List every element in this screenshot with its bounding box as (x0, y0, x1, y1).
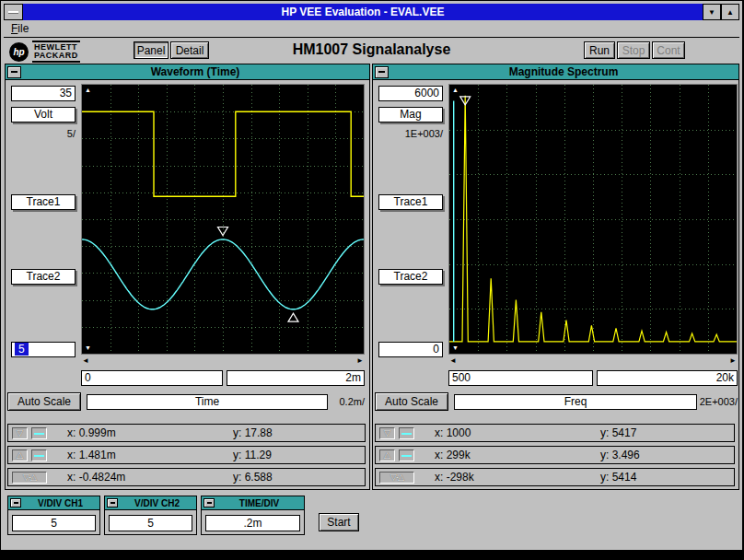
waveform-plot (82, 85, 364, 354)
waveform-graph[interactable] (81, 84, 365, 355)
marker1-y-value: y: 17.88 (233, 426, 273, 439)
vdiv-ch1-value[interactable]: 5 (12, 515, 96, 531)
toolbar: hp HEWLETT PACKARD HM1007 Signalanalyse … (4, 38, 739, 64)
marker2-icon: △ (12, 449, 28, 461)
panel-minimize-button[interactable] (375, 66, 389, 78)
marker1-x-value: x: 1000 (435, 426, 600, 439)
y-pan-up-arrow[interactable]: ▲ (85, 87, 91, 93)
window-menu-button[interactable] (4, 4, 23, 20)
timediv-value[interactable]: .2m (205, 515, 300, 531)
waveform-panel-body: 35 Volt 5/ Trace1 Trace2 5 ▲ ▼ ◄ ► 0 2m … (6, 80, 369, 488)
waveform-panel: Waveform (Time) 35 Volt 5/ Trace1 Trace2… (5, 64, 370, 490)
x-min-field[interactable]: 0 (81, 370, 223, 386)
cont-button[interactable]: Cont (652, 41, 685, 59)
marker-row: △ x: 1.481m y: 11.29 (7, 446, 366, 464)
minimize-icon (11, 71, 17, 73)
spectrum-panel-titlebar: Magnitude Spectrum (373, 64, 738, 80)
title-bar: HP VEE Evaluation - EVAL.VEE ▼ ▲ (4, 4, 739, 20)
y-per-div-label: 5/ (11, 128, 76, 140)
trace1-button[interactable]: Trace1 (11, 194, 76, 210)
trace-color-line (401, 455, 412, 457)
marker-delta-y-value: y: 5414 (600, 471, 636, 484)
panel-minimize-button[interactable] (107, 498, 118, 508)
trace2-button[interactable]: Trace2 (11, 269, 76, 285)
x-pan-left-arrow[interactable]: ◄ (449, 356, 457, 366)
y-pan-down-arrow[interactable]: ▼ (85, 344, 91, 351)
marker-row: △ x: 299k y: 3.496 (375, 446, 735, 464)
timediv-panel: TIME/DIV .2m (201, 496, 305, 535)
x-pan-right-arrow[interactable]: ► (729, 356, 737, 366)
marker1-trace-color (399, 427, 414, 439)
marker1-trace-color (31, 427, 47, 439)
x-pan-left-arrow[interactable]: ◄ (82, 356, 89, 366)
trace2-button[interactable]: Trace2 (378, 269, 443, 285)
marker2-x-value: x: 299k (435, 449, 600, 461)
panel-button[interactable]: Panel (134, 41, 169, 59)
vdiv-ch2-panel: V/DIV CH2 5 (104, 496, 197, 535)
spectrum-panel-title: Magnitude Spectrum (389, 65, 738, 78)
marker1-icon: ▽ (12, 427, 28, 439)
x-unit-button[interactable]: Freq (454, 394, 697, 410)
window-title: HP VEE Evaluation - EVAL.VEE (23, 4, 703, 20)
vdiv-ch1-panel: V/DIV CH1 5 (7, 496, 100, 535)
marker-row: ▽-△ x: -298k y: 5414 (375, 468, 735, 486)
waveform-panel-titlebar: Waveform (Time) (6, 64, 369, 80)
minimize-button[interactable]: ▼ (703, 4, 721, 20)
y-max-field[interactable]: 35 (11, 86, 76, 101)
marker2-y-value: y: 3.496 (600, 449, 640, 461)
x-per-div-label: 0.2m/ (330, 396, 365, 408)
marker2-trace-color (399, 449, 414, 461)
x-max-field[interactable]: 2m (227, 370, 365, 386)
y-unit-button[interactable]: Mag (378, 107, 443, 122)
timediv-titlebar: TIME/DIV (202, 496, 304, 510)
marker-delta-x-value: x: -0.4824m (67, 471, 233, 484)
marker2-x-value: x: 1.481m (67, 449, 233, 461)
marker-delta-icon: ▽-△ (379, 472, 414, 484)
spectrum-panel: Magnitude Spectrum 6000 Mag 1E+003/ Trac… (372, 64, 739, 490)
marker-delta-icon: ▽-△ (12, 472, 47, 484)
marker2-y-value: y: 11.29 (233, 449, 272, 461)
run-button[interactable]: Run (584, 41, 615, 59)
spectrum-panel-body: 6000 Mag 1E+003/ Trace1 Trace2 0 ▲ ▼ ◄ ►… (373, 80, 738, 488)
y-min-field[interactable]: 5 (11, 342, 76, 357)
y-unit-button[interactable]: Volt (11, 107, 76, 122)
stop-button[interactable]: Stop (617, 41, 650, 59)
timediv-title: TIME/DIV (215, 498, 304, 508)
minimize-icon (378, 71, 385, 73)
y-max-field[interactable]: 6000 (378, 86, 443, 101)
panel-minimize-button[interactable] (203, 498, 215, 508)
minimize-icon (110, 502, 115, 504)
marker1-y-value: y: 5417 (600, 426, 636, 439)
marker-row: ▽ x: 0.999m y: 17.88 (7, 424, 366, 442)
auto-scale-button[interactable]: Auto Scale (375, 392, 448, 411)
minimize-icon (207, 502, 212, 504)
x-per-div-label: 2E+003/ (695, 396, 738, 408)
panel-minimize-button[interactable] (10, 498, 21, 508)
vdiv-ch2-titlebar: V/DIV CH2 (105, 496, 196, 510)
y-pan-down-arrow[interactable]: ▼ (452, 344, 459, 351)
start-button[interactable]: Start (319, 513, 359, 531)
detail-button[interactable]: Detail (170, 41, 209, 59)
menu-file[interactable]: File (4, 22, 36, 35)
marker1-icon: ▽ (379, 427, 395, 439)
x-min-field[interactable]: 500 (448, 370, 593, 386)
marker2-trace-color (31, 449, 47, 461)
y-min-field[interactable]: 0 (378, 342, 443, 357)
app-window: HP VEE Evaluation - EVAL.VEE ▼ ▲ File hp… (0, 0, 743, 551)
maximize-button[interactable]: ▲ (721, 4, 739, 20)
maximize-icon: ▲ (727, 8, 734, 17)
minimize-icon (14, 502, 18, 504)
auto-scale-button[interactable]: Auto Scale (7, 392, 81, 411)
marker-delta-y-value: y: 6.588 (233, 471, 273, 484)
x-pan-right-arrow[interactable]: ► (356, 356, 364, 366)
x-unit-button[interactable]: Time (87, 394, 328, 410)
panel-minimize-button[interactable] (7, 66, 21, 78)
x-max-field[interactable]: 20k (597, 370, 738, 386)
vdiv-ch1-titlebar: V/DIV CH1 (8, 496, 99, 510)
marker1-x-value: x: 0.999m (67, 426, 233, 439)
vdiv-ch2-value[interactable]: 5 (109, 515, 192, 531)
y-pan-up-arrow[interactable]: ▲ (452, 87, 459, 93)
trace1-button[interactable]: Trace1 (378, 194, 443, 210)
spectrum-graph[interactable] (448, 84, 738, 355)
vdiv-ch1-title: V/DIV CH1 (21, 498, 99, 508)
